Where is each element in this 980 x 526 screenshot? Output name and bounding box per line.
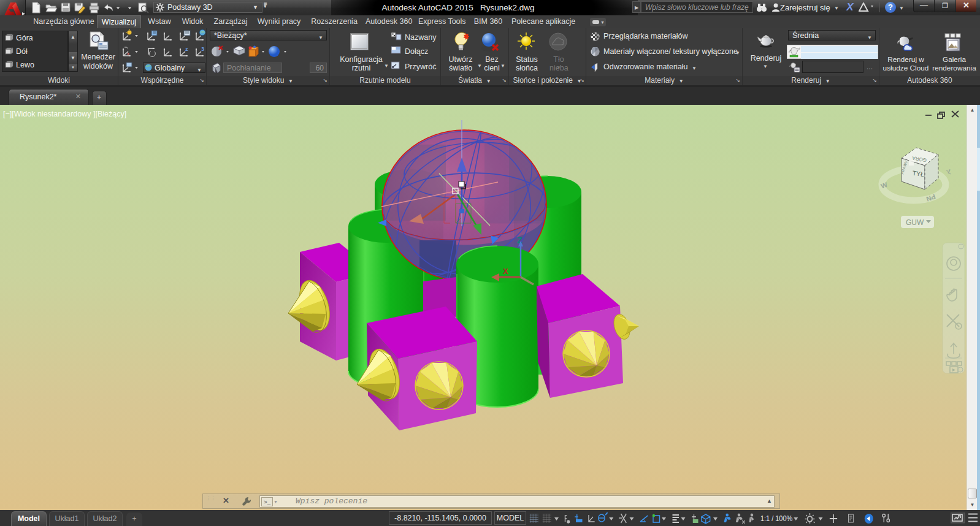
- svg-text:GUW: GUW: [906, 218, 924, 227]
- svg-text:1:1 / 100%: 1:1 / 100%: [760, 514, 793, 522]
- svg-text:x: x: [127, 51, 129, 56]
- svg-text:3: 3: [201, 46, 204, 52]
- svg-text:-L: -L: [945, 167, 953, 175]
- svg-text:TYŁ: TYŁ: [912, 169, 925, 178]
- svg-text:X: X: [503, 267, 508, 276]
- svg-text:z: z: [185, 46, 188, 52]
